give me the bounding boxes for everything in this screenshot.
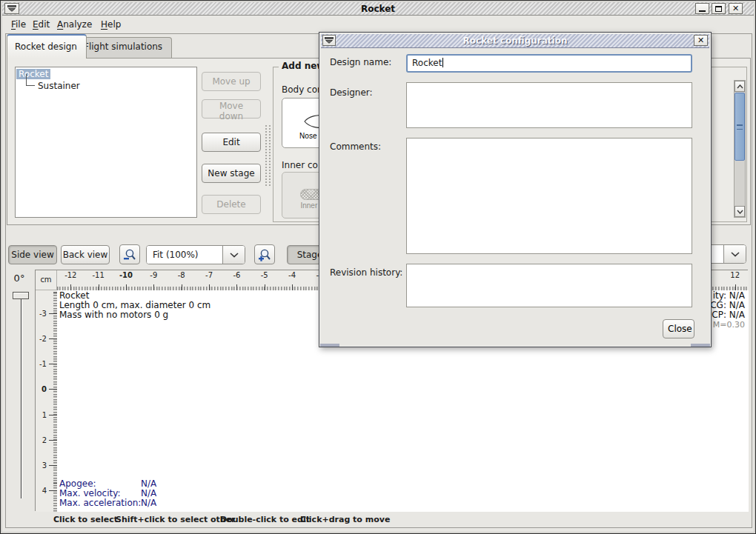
h-ruler-number: -6: [233, 271, 240, 279]
menu-help[interactable]: Help: [99, 19, 122, 31]
h-ruler-number: -5: [261, 271, 268, 279]
zoom-combo-dropdown-button[interactable]: [222, 246, 245, 264]
mach-indicator: M=0.30: [710, 320, 745, 330]
tree-item-sustainer[interactable]: Sustainer: [16, 80, 82, 92]
h-ruler-tick: [126, 284, 127, 290]
rotation-angle-label: 0°: [7, 273, 32, 284]
v-ruler-tick: [49, 465, 57, 466]
h-ruler-tick: [292, 284, 293, 290]
maximize-button[interactable]: [712, 3, 726, 14]
v-ruler-tick: [49, 490, 57, 491]
magnifier-minus-icon: [123, 248, 136, 261]
flight-stat-label: Max. acceleration:: [59, 498, 141, 508]
tab-flight-simulations[interactable]: Flight simulations: [76, 37, 172, 58]
configuration-dropdown-button[interactable]: [723, 245, 746, 263]
h-ruler-number: -11: [92, 271, 104, 279]
edit-button[interactable]: Edit: [202, 133, 261, 152]
flight-stat-value: N/A: [141, 498, 156, 508]
chevron-down-icon: [737, 210, 743, 214]
v-ruler-tick: [49, 364, 57, 364]
chevron-up-icon: [737, 84, 743, 89]
dialog-titlebar[interactable]: Rocket configuration ✕: [321, 34, 709, 48]
comments-textarea[interactable]: [406, 138, 692, 254]
designer-textarea[interactable]: [406, 82, 692, 128]
window-titlebar[interactable]: Rocket ✕: [2, 2, 754, 16]
status-hint-3: Double-click to edit: [220, 515, 310, 524]
component-tree[interactable]: RocketSustainer: [15, 67, 197, 218]
rotation-slider-track[interactable]: [21, 298, 21, 498]
h-ruler-number: -9: [150, 271, 157, 279]
dialog-close-button[interactable]: Close: [663, 319, 694, 338]
rotation-slider-thumb[interactable]: [13, 292, 29, 299]
h-ruler-tick: [209, 284, 210, 290]
designer-label: Designer:: [330, 87, 373, 98]
h-ruler-number: 12: [730, 271, 740, 279]
v-ruler-number: 1: [42, 410, 47, 418]
h-ruler-number: -4: [288, 271, 296, 279]
stability-info-line: CP: N/A: [710, 310, 745, 320]
scrollbar-thumb[interactable]: [735, 93, 745, 161]
menu-file[interactable]: File: [10, 19, 27, 31]
dialog-close-x-button[interactable]: ✕: [694, 35, 708, 46]
v-ruler-tick: [49, 338, 57, 339]
stability-info: ity: N/ACG: N/ACP: N/AM=0.30: [710, 291, 745, 330]
h-ruler-number: -7: [205, 271, 213, 279]
revision-history-textarea[interactable]: [406, 264, 692, 307]
h-ruler-tick: [735, 284, 736, 290]
component-scrollbar[interactable]: [734, 80, 746, 218]
back-view-button[interactable]: Back view: [61, 245, 110, 264]
scroll-up-button[interactable]: [735, 81, 745, 92]
panel-splitter-handle[interactable]: [265, 125, 271, 186]
design-name-input[interactable]: Rocket: [406, 54, 692, 73]
move-down-button[interactable]: Move down: [202, 99, 261, 119]
revision-history-label: Revision history:: [330, 267, 402, 278]
resize-grip-right[interactable]: [691, 344, 710, 347]
chevron-down-icon: [230, 253, 239, 258]
status-hint-4: Click+drag to move: [300, 515, 390, 524]
v-ruler-number: -1: [39, 360, 47, 368]
h-ruler-number: -10: [119, 271, 133, 279]
flight-stat-label: Max. velocity:: [59, 488, 121, 498]
application-window: Rocket ✕ FileEditAnalyzeHelp RocketSusta…: [0, 0, 756, 534]
h-ruler-number: -8: [178, 271, 185, 279]
status-hint-1: Click to select: [53, 515, 118, 524]
delete-button[interactable]: Delete: [202, 195, 261, 214]
menu-edit[interactable]: Edit: [31, 19, 51, 31]
menu-analyze[interactable]: Analyze: [56, 19, 93, 31]
h-ruler-tick: [70, 284, 71, 290]
v-ruler-tick: [49, 313, 57, 314]
comments-label: Comments:: [330, 141, 381, 152]
new-stage-button[interactable]: New stage: [202, 164, 261, 183]
rocket-configuration-dialog: Rocket configuration ✕ Design name: Rock…: [319, 32, 712, 347]
zoom-out-button[interactable]: [119, 244, 140, 264]
flight-stats: Apogee:N/AMax. velocity:N/AMax. accelera…: [59, 479, 141, 508]
v-ruler-number: -2: [39, 334, 47, 342]
h-ruler-tick: [99, 284, 99, 290]
h-ruler-tick: [182, 284, 182, 290]
rocket-info-text: RocketLength 0 cm, max. diameter 0 cmMas…: [59, 291, 210, 320]
v-ruler-tick: [49, 415, 57, 415]
resize-grip-left[interactable]: [320, 344, 339, 347]
zoom-level-combobox[interactable]: Fit (100%): [146, 245, 245, 264]
ruler-unit-label: cm: [36, 270, 57, 290]
menu-bar: FileEditAnalyzeHelp: [2, 16, 754, 33]
minimize-button[interactable]: [695, 3, 709, 14]
magnifier-plus-icon: [258, 248, 271, 261]
move-up-button[interactable]: Move up: [202, 72, 261, 91]
chevron-down-icon: [731, 252, 740, 257]
maximize-icon: [715, 6, 722, 12]
vertical-ruler: -3-2-101234: [36, 290, 57, 512]
side-view-button[interactable]: Side view: [8, 245, 57, 264]
rocket-info-line: Mass with no motors 0 g: [59, 310, 210, 320]
tab-rocket-design[interactable]: Rocket design: [7, 34, 87, 59]
h-ruler-tick: [236, 284, 237, 290]
tree-connector-icon: [26, 74, 35, 86]
close-icon: ✕: [697, 36, 704, 44]
zoom-in-button[interactable]: [254, 244, 275, 264]
status-bar: Click to selectShift+click to select oth…: [1, 515, 755, 527]
close-button[interactable]: ✕: [729, 3, 743, 14]
text-cursor: [442, 58, 443, 67]
v-ruler-number: -3: [39, 309, 47, 317]
scroll-down-button[interactable]: [735, 206, 745, 217]
h-ruler-tick: [265, 284, 265, 290]
